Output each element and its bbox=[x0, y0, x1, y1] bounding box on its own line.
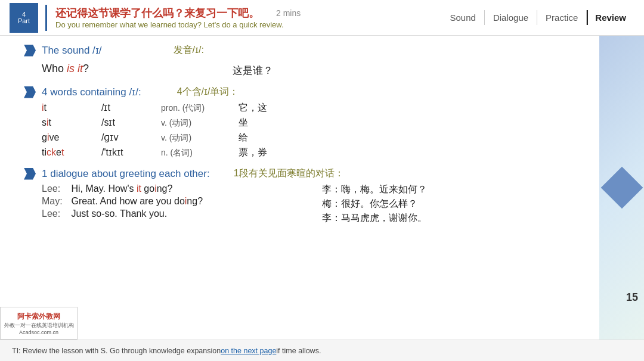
meaning-sit: 坐 bbox=[239, 117, 248, 129]
logo-area: 阿卡索外教网 外教一对一在线英语培训机构 Acadsoc.com.cn bbox=[0, 307, 78, 340]
top-bar-text: 还记得这节课学了什么吗？来复习一下吧。 2 mins Do you rememb… bbox=[55, 6, 442, 29]
tab-practice[interactable]: Practice bbox=[537, 10, 587, 25]
diamond-nav-icon[interactable] bbox=[600, 167, 643, 209]
speaker-1: Lee: bbox=[42, 183, 69, 194]
dl1-ing: i bbox=[154, 183, 157, 194]
content-panel: The sound /ɪ/ 发音/ɪ/: Who is it? 这是谁？ 4 w… bbox=[0, 36, 599, 340]
ipa-give: /ɡɪv bbox=[101, 132, 161, 143]
dialogue-row: Lee: Hi, May. How's it going? May: Great… bbox=[42, 183, 581, 226]
pos-ticket: n. (名词) bbox=[161, 148, 239, 158]
word-it: it bbox=[42, 102, 101, 113]
tab-review[interactable]: Review bbox=[587, 10, 634, 25]
speaker-2: May: bbox=[42, 196, 69, 207]
lesson-time: 2 mins bbox=[276, 8, 301, 18]
pos-give: v. (动词) bbox=[161, 133, 239, 144]
meaning-ticket: 票，券 bbox=[239, 147, 267, 159]
word-give-highlight: i bbox=[47, 132, 49, 142]
ipa-it: /ɪt bbox=[101, 102, 161, 113]
sound-right: 这是谁？ bbox=[233, 60, 581, 77]
dialogue-cn-1: 李：嗨，梅。近来如何？ bbox=[322, 183, 581, 196]
nav-tabs: Sound Dialogue Practice Review bbox=[442, 10, 634, 25]
pos-it: pron. (代词) bbox=[161, 103, 239, 114]
table-row: ticket /'tɪkɪt n. (名词) 票，券 bbox=[42, 147, 581, 159]
dialogue-line-2: May: Great. And how are you doing? bbox=[42, 196, 322, 207]
part-number: 4 bbox=[22, 11, 26, 18]
lesson-title-cn: 还记得这节课学了什么吗？来复习一下吧。 bbox=[55, 6, 259, 20]
bottom-text-start: TI: Review the lesson with S. Go through… bbox=[12, 347, 221, 355]
word-ticket-highlight2: t bbox=[61, 147, 64, 157]
part-badge: 4 Part bbox=[10, 3, 38, 33]
pos-sit: v. (动词) bbox=[161, 118, 239, 129]
top-bar: 4 Part 还记得这节课学了什么吗？来复习一下吧。 2 mins Do you… bbox=[0, 0, 644, 36]
speaker-3: Lee: bbox=[42, 208, 69, 219]
logo-url: Acadsoc.com.cn bbox=[19, 329, 58, 335]
sound-section-title-cn: 发音/ɪ/: bbox=[174, 44, 204, 57]
dialogue-right: 李：嗨，梅。近来如何？ 梅：很好。你怎么样？ 李：马马虎虎，谢谢你。 bbox=[322, 183, 581, 226]
dialogue-section-icon bbox=[24, 168, 36, 180]
words-section-header: 4 words containing /ɪ/: 4个含/ɪ/单词： bbox=[24, 86, 581, 98]
right-panel: 15 bbox=[599, 36, 644, 340]
dialogue-cn-2: 梅：很好。你怎么样？ bbox=[322, 198, 581, 210]
sound-left: Who is it? bbox=[42, 60, 233, 75]
dialogue-line-1: Lee: Hi, May. How's it going? bbox=[42, 183, 322, 194]
words-section: 4 words containing /ɪ/: 4个含/ɪ/单词： it /ɪt… bbox=[24, 86, 581, 159]
words-table: it /ɪt pron. (代词) 它，这 sit /sɪt v. (动词) 坐 bbox=[42, 102, 581, 159]
word-it-highlight: i bbox=[42, 102, 44, 113]
ipa-sit: /sɪt bbox=[101, 117, 161, 128]
logo-main: 阿卡索外教网 bbox=[17, 312, 60, 322]
tab-dialogue[interactable]: Dialogue bbox=[485, 10, 537, 25]
bottom-text-end: if time allows. bbox=[276, 347, 321, 355]
table-row: give /ɡɪv v. (动词) 给 bbox=[42, 132, 581, 144]
bottom-bar: TI: Review the lesson with S. Go through… bbox=[0, 340, 644, 361]
sound-row: Who is it? 这是谁？ bbox=[42, 60, 581, 77]
dialogue-section-title: 1 dialogue about greeting each other: bbox=[42, 168, 210, 180]
meaning-give: 给 bbox=[239, 132, 248, 144]
top-bar-divider bbox=[45, 5, 47, 31]
dialogue-left: Lee: Hi, May. How's it going? May: Great… bbox=[42, 183, 322, 226]
words-section-icon bbox=[24, 86, 36, 98]
dialogue-section: 1 dialogue about greeting each other: 1段… bbox=[24, 167, 581, 226]
lesson-subtitle-en: Do you remember what we learned today? L… bbox=[55, 20, 442, 29]
ipa-ticket: /'tɪkɪt bbox=[101, 147, 161, 158]
dialogue-section-title-cn: 1段有关见面寒暄的对话： bbox=[234, 167, 344, 180]
word-give: give bbox=[42, 132, 101, 143]
page-number: 15 bbox=[626, 291, 638, 304]
highlight-it: it bbox=[78, 63, 83, 74]
bottom-bar-link[interactable]: on the next page bbox=[221, 347, 276, 355]
words-section-title: 4 words containing /ɪ/: bbox=[42, 86, 141, 98]
table-row: it /ɪt pron. (代词) 它，这 bbox=[42, 102, 581, 114]
dialogue-cn-3: 李：马马虎虎，谢谢你。 bbox=[322, 212, 581, 225]
tab-sound[interactable]: Sound bbox=[442, 10, 485, 25]
sound-section-header: The sound /ɪ/ 发音/ɪ/: bbox=[24, 44, 581, 57]
sound-example-en: Who is it? bbox=[42, 63, 233, 75]
word-sit: sit bbox=[42, 117, 101, 128]
main-content: The sound /ɪ/ 发音/ɪ/: Who is it? 这是谁？ 4 w… bbox=[0, 36, 644, 340]
dialogue-section-header: 1 dialogue about greeting each other: 1段… bbox=[24, 167, 581, 180]
sound-example-cn: 这是谁？ bbox=[233, 64, 581, 77]
sound-section: The sound /ɪ/ 发音/ɪ/: Who is it? 这是谁？ bbox=[24, 44, 581, 77]
meaning-it: 它，这 bbox=[239, 102, 267, 114]
highlight-is: is bbox=[67, 63, 75, 74]
dialogue-line-3: Lee: Just so-so. Thank you. bbox=[42, 208, 322, 219]
sound-section-icon bbox=[24, 45, 36, 57]
word-ticket: ticket bbox=[42, 147, 101, 158]
sound-section-title: The sound /ɪ/ bbox=[42, 44, 102, 57]
word-sit-highlight: i bbox=[47, 117, 49, 127]
table-row: sit /sɪt v. (动词) 坐 bbox=[42, 117, 581, 129]
words-section-title-cn: 4个含/ɪ/单词： bbox=[177, 86, 239, 98]
logo-sub: 外教一对一在线英语培训机构 bbox=[4, 322, 74, 329]
dl2-ing: i bbox=[185, 196, 187, 206]
dl1-it: it bbox=[137, 183, 141, 194]
part-label: Part bbox=[18, 18, 30, 24]
word-ticket-highlight1: ck bbox=[47, 147, 56, 157]
